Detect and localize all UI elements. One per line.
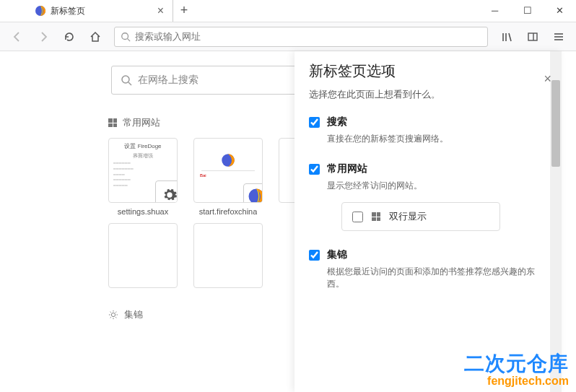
option-desc: 直接在您的新标签页搜遍网络。 xyxy=(327,133,547,145)
firefox-icon xyxy=(221,153,235,170)
tile-start-firefoxchina[interactable]: Bai start.firefoxchina xyxy=(193,138,263,216)
option-highlights-checkbox[interactable] xyxy=(309,250,320,261)
library-button[interactable] xyxy=(495,25,518,48)
option-tworows[interactable]: 双行显示 xyxy=(341,202,500,231)
svg-point-11 xyxy=(122,76,129,83)
option-search: 搜索 直接在您的新标签页搜遍网络。 xyxy=(309,116,547,145)
option-label: 常用网站 xyxy=(327,162,367,175)
option-tworows-label: 双行显示 xyxy=(389,210,427,223)
highlights-icon xyxy=(108,310,118,320)
topsites-label: 常用网站 xyxy=(123,116,160,129)
option-desc: 根据您最近访问的页面和添加的书签推荐您感兴趣的东西。 xyxy=(327,266,547,290)
search-icon xyxy=(121,32,131,42)
svg-point-15 xyxy=(111,313,115,316)
tile-empty[interactable] xyxy=(108,223,178,288)
tab-title: 新标签页 xyxy=(51,5,85,17)
svg-line-5 xyxy=(509,33,511,41)
panel-subtitle: 选择您在此页面上想看到什么。 xyxy=(309,88,547,101)
watermark: 二次元仓库 fengjitech.com xyxy=(464,353,569,388)
tile-empty[interactable] xyxy=(193,223,263,288)
option-search-checkbox[interactable] xyxy=(309,117,320,128)
tile-label: start.firefoxchina xyxy=(199,207,258,216)
option-topsites-checkbox[interactable] xyxy=(309,164,320,175)
grid-icon xyxy=(372,212,380,221)
forward-button[interactable] xyxy=(32,25,55,48)
new-tab-button[interactable]: + xyxy=(173,0,195,22)
grid-icon xyxy=(108,118,117,127)
firefox-icon xyxy=(35,5,46,17)
gear-icon xyxy=(155,180,178,203)
url-bar[interactable] xyxy=(114,27,488,47)
option-desc: 显示您经常访问的网站。 xyxy=(327,180,547,192)
svg-point-1 xyxy=(122,32,128,39)
search-placeholder: 在网络上搜索 xyxy=(138,74,198,87)
panel-title: 新标签页选项 xyxy=(309,61,547,81)
maximize-button[interactable]: ☐ xyxy=(511,0,544,22)
tile-label: settings.shuax xyxy=(118,207,168,216)
option-topsites: 常用网站 显示您经常访问的网站。 双行显示 xyxy=(309,162,547,231)
toolbar xyxy=(0,22,576,51)
close-button[interactable]: ✕ xyxy=(544,0,576,22)
watermark-line1: 二次元仓库 xyxy=(464,353,569,375)
highlights-label: 集锦 xyxy=(124,308,143,321)
watermark-line2: fengjitech.com xyxy=(464,375,569,388)
sidebar-button[interactable] xyxy=(521,25,544,48)
option-highlights: 集锦 根据您最近访问的页面和添加的书签推荐您感兴趣的东西。 xyxy=(309,248,547,290)
back-button[interactable] xyxy=(6,25,29,48)
search-icon xyxy=(121,74,132,86)
option-tworows-checkbox[interactable] xyxy=(352,212,363,222)
newtab-options-panel: 新标签页选项 × 选择您在此页面上想看到什么。 搜索 直接在您的新标签页搜遍网络… xyxy=(294,51,562,392)
home-button[interactable] xyxy=(84,25,107,48)
option-label: 搜索 xyxy=(327,116,347,129)
svg-line-12 xyxy=(128,82,131,85)
close-icon[interactable]: × xyxy=(544,71,551,87)
menu-button[interactable] xyxy=(547,25,570,48)
tile-settings-shuax[interactable]: 设置 FireDoge 界面增强 ━━━━━━━━━━━━━━━━━━━━━━━… xyxy=(108,138,178,216)
svg-rect-6 xyxy=(528,33,537,40)
option-label: 集锦 xyxy=(327,248,347,261)
browser-tab[interactable]: 新标签页 × xyxy=(29,0,173,22)
svg-line-2 xyxy=(128,38,131,41)
reload-button[interactable] xyxy=(58,25,81,48)
minimize-button[interactable]: ─ xyxy=(479,0,511,22)
firefox-icon xyxy=(243,183,263,203)
scrollbar[interactable] xyxy=(550,51,562,392)
tab-close-icon[interactable]: × xyxy=(154,4,167,17)
newtab-content: 在网络上搜索 常用网站 设置 FireDoge 界面增强 ━━━━━━━━━━━… xyxy=(0,51,576,392)
url-input[interactable] xyxy=(135,31,481,42)
window-controls: ─ ☐ ✕ xyxy=(479,0,576,22)
titlebar: 新标签页 × + ─ ☐ ✕ xyxy=(0,0,576,22)
